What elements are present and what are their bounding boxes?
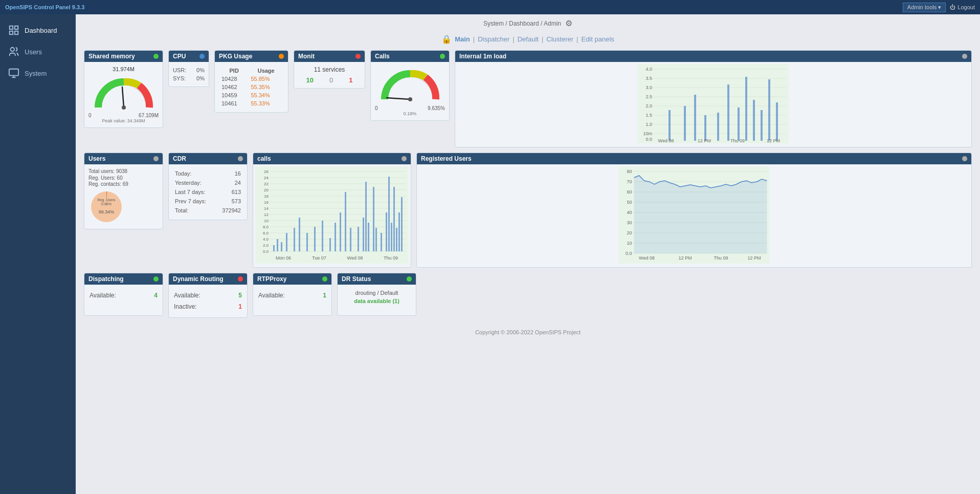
dynrouting-available: Available: 5 (173, 290, 243, 301)
svg-text:0.66%: 0.66% (101, 202, 112, 206)
rtpproxy-body: Available: 1 (253, 285, 331, 315)
svg-rect-2 (10, 31, 13, 34)
svg-text:0.0: 0.0 (626, 251, 632, 256)
svg-rect-80 (277, 239, 278, 251)
dispatching-available: Available: 4 (88, 290, 159, 301)
tab-nav: 🔒 Main | Dispatcher | Default | Clustere… (76, 32, 980, 50)
svg-text:Wed 08: Wed 08 (639, 255, 655, 261)
calls-labels: 0 9.635% (375, 105, 445, 111)
dynamic-routing-widget: Dynamic Routing Available: 5 Inactive: 1 (168, 273, 248, 318)
tab-default[interactable]: Default (518, 35, 539, 43)
dynamic-routing-header: Dynamic Routing (169, 273, 247, 285)
calls-gauge (375, 66, 445, 104)
sidebar-label-users: Users (25, 48, 42, 56)
users-dot (153, 156, 159, 161)
shared-memory-gauge (88, 74, 159, 112)
users-body: Total users: 9038 Reg. Users: 60 Reg. co… (84, 164, 163, 229)
calls-chart-svg: 26 24 22 20 18 16 14 12 10 8.0 6.0 4.0 (255, 166, 409, 264)
svg-rect-39 (761, 110, 763, 141)
svg-rect-104 (396, 228, 397, 251)
logout-button[interactable]: ⏻ Logout (950, 4, 975, 10)
dispatching-body: Available: 4 (84, 285, 163, 315)
sidebar-item-dashboard[interactable]: Dashboard (0, 19, 76, 41)
svg-rect-82 (286, 233, 287, 251)
shared-memory-peak: Peak value: 34.349M (88, 118, 159, 123)
svg-text:20: 20 (264, 188, 269, 192)
svg-rect-34 (717, 113, 719, 141)
rtpproxy-available: Available: 1 (257, 290, 327, 301)
svg-text:2.0: 2.0 (645, 103, 652, 109)
dr-status-dot (407, 276, 412, 282)
svg-text:6.0: 6.0 (263, 231, 269, 235)
pkg-row: 1042855.85% (220, 75, 283, 82)
dashboard-icon (8, 25, 19, 36)
pkg-table: PID Usage 1042855.85%1046255.35%1045955.… (219, 66, 284, 108)
svg-text:10: 10 (627, 241, 632, 246)
svg-rect-79 (273, 245, 275, 251)
calls-chart-body: 26 24 22 20 18 16 14 12 10 8.0 6.0 4.0 (253, 164, 411, 267)
users-widget: Users Total users: 9038 Reg. Users: 60 R… (84, 153, 163, 229)
svg-rect-99 (381, 233, 382, 251)
content-area: System / Dashboard / Admin ⚙ 🔒 Main | Di… (76, 14, 980, 494)
svg-text:10m: 10m (643, 131, 652, 136)
dr-status-header: DR Status (338, 273, 416, 285)
svg-rect-38 (753, 100, 755, 141)
row2: Users Total users: 9038 Reg. Users: 60 R… (84, 153, 972, 268)
sidebar-label-system: System (25, 70, 47, 77)
dynrouting-inactive: Inactive: 1 (173, 301, 243, 312)
shared-memory-value: 31.974M (88, 66, 159, 72)
svg-rect-33 (704, 115, 706, 141)
svg-text:4.0: 4.0 (263, 237, 269, 242)
svg-rect-12 (638, 64, 789, 143)
internal-load-dot (962, 54, 967, 59)
users-reg-contacts: Reg. contacts: 69 (88, 181, 159, 187)
registered-users-body: 80 70 60 50 40 30 20 10 0.0 (417, 164, 971, 267)
cdr-row: Last 7 days:613 (174, 188, 242, 196)
cdr-header: CDR (169, 153, 247, 164)
tab-dispatcher[interactable]: Dispatcher (478, 35, 509, 43)
tab-clusterer[interactable]: Clusterer (546, 35, 573, 43)
svg-text:10: 10 (264, 219, 269, 223)
sidebar-item-system[interactable]: System (0, 62, 76, 84)
cdr-row: Prev 7 days:573 (174, 197, 242, 205)
dr-status-body: drouting / Default data available (1) (338, 285, 416, 315)
pkg-col-usage: Usage (249, 67, 283, 74)
cpu-sys-row: SYS: 0% (173, 74, 205, 82)
svg-rect-94 (363, 218, 364, 251)
pkg-usage-header: PKG Usage (215, 51, 288, 62)
svg-text:Tue 07: Tue 07 (312, 255, 326, 261)
power-icon: ⏻ (950, 4, 955, 10)
svg-text:3.5: 3.5 (645, 76, 652, 81)
cdr-body: Today:16Yesterday:24Last 7 days:613Prev … (169, 164, 247, 220)
dashboard-content: Shared memory 31.974M (76, 50, 980, 326)
cpu-widget: CPU USR: 0% SYS: 0% (168, 50, 209, 87)
svg-marker-130 (634, 176, 767, 253)
topbar: OpenSIPS Control Panel 9.3.3 Admin tools… (0, 0, 980, 14)
svg-rect-106 (401, 197, 403, 251)
svg-rect-96 (368, 223, 369, 251)
svg-text:8.0: 8.0 (263, 225, 269, 229)
svg-text:4.0: 4.0 (645, 67, 652, 72)
shared-memory-widget: Shared memory 31.974M (84, 50, 163, 128)
tab-main[interactable]: Main (455, 35, 470, 43)
svg-point-9 (122, 105, 126, 110)
svg-rect-97 (373, 187, 374, 251)
tab-edit-panels[interactable]: Edit panels (581, 35, 614, 43)
internal-load-body: 4.0 3.5 3.0 2.5 2.0 1.5 1.0 10m 0.0 (455, 62, 971, 147)
svg-rect-30 (669, 110, 671, 141)
svg-rect-37 (745, 77, 747, 141)
cdr-row: Today:16 (174, 169, 242, 178)
admin-tools-button[interactable]: Admin tools ▾ (903, 3, 946, 12)
users-pie-area: 99.34% Reg. Users 0.66% (88, 189, 159, 225)
registered-users-chart: 80 70 60 50 40 30 20 10 0.0 (419, 166, 969, 264)
users-icon (8, 46, 19, 57)
sidebar-item-users[interactable]: Users (0, 41, 76, 62)
row1: Shared memory 31.974M (84, 50, 972, 147)
svg-rect-102 (391, 223, 392, 251)
svg-text:Thu 09: Thu 09 (714, 255, 728, 261)
settings-button[interactable]: ⚙ (565, 18, 572, 28)
svg-text:12 PM: 12 PM (767, 138, 780, 143)
svg-rect-32 (694, 95, 696, 141)
pkg-row: 1046255.35% (220, 83, 283, 91)
svg-text:12 PM: 12 PM (747, 255, 761, 261)
